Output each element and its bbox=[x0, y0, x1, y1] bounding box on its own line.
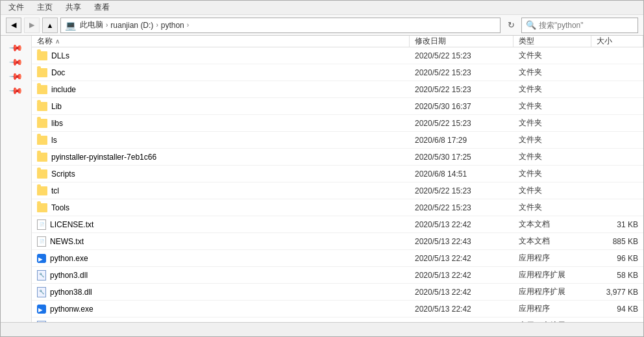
file-date: 2020/5/22 15:23 bbox=[410, 186, 514, 195]
file-type: 文本文档 bbox=[514, 219, 591, 230]
up-button[interactable]: ▲ bbox=[42, 18, 58, 33]
menu-share[interactable]: 共享 bbox=[60, 1, 86, 14]
table-row[interactable]: 📄 LICENSE.txt 2020/5/13 22:42 文本文档 31 KB bbox=[32, 216, 643, 233]
file-date: 2020/5/22 15:23 bbox=[410, 68, 514, 77]
col-header-size[interactable]: 大小 bbox=[591, 36, 643, 47]
file-date: 2020/5/22 15:23 bbox=[410, 119, 514, 128]
main-content: 📌 📌 📌 📌 名称 ∧ 修改日期 类型 大小 bbox=[1, 36, 643, 322]
breadcrumb-computer[interactable]: 此电脑 bbox=[80, 19, 103, 31]
file-date: 2020/6/8 14:51 bbox=[410, 169, 514, 179]
table-row[interactable]: 🔧 vcruntime140.dll 2020/5/13 22:42 应用程序扩… bbox=[32, 318, 643, 322]
menu-home[interactable]: 主页 bbox=[32, 1, 58, 14]
table-row[interactable]: include 2020/5/22 15:23 文件夹 bbox=[32, 81, 643, 98]
file-name: python38.dll bbox=[50, 288, 92, 297]
file-type: 文件夹 bbox=[514, 202, 591, 213]
table-row[interactable]: Doc 2020/5/22 15:23 文件夹 bbox=[32, 64, 643, 81]
file-type: 文件夹 bbox=[514, 118, 591, 129]
file-date: 2020/5/30 16:37 bbox=[410, 102, 514, 111]
file-type: 应用程序 bbox=[514, 303, 591, 314]
table-row[interactable]: ▶ pythonw.exe 2020/5/13 22:42 应用程序 94 KB bbox=[32, 301, 643, 318]
table-row[interactable]: DLLs 2020/5/22 15:23 文件夹 bbox=[32, 47, 643, 64]
folder-icon bbox=[37, 186, 47, 195]
table-row[interactable]: Tools 2020/5/22 15:23 文件夹 bbox=[32, 199, 643, 216]
file-type: 应用程序扩展 bbox=[514, 286, 591, 297]
file-explorer-window: 文件 主页 共享 查看 ◀ ▶ ▲ 💻 此电脑 › ruanjian (D:) … bbox=[0, 0, 644, 337]
file-name: LICENSE.txt bbox=[50, 220, 93, 229]
pin-icon-4[interactable]: 📌 bbox=[6, 81, 25, 99]
breadcrumb-drive[interactable]: ruanjian (D:) bbox=[110, 21, 153, 30]
address-bar: ◀ ▶ ▲ 💻 此电脑 › ruanjian (D:) › python › ↻… bbox=[1, 15, 643, 36]
folder-icon bbox=[37, 169, 47, 179]
col-header-type[interactable]: 类型 bbox=[514, 36, 591, 47]
txt-icon: 📄 bbox=[37, 236, 46, 247]
breadcrumb-folder[interactable]: python bbox=[161, 21, 184, 30]
file-date: 2020/5/13 22:42 bbox=[410, 220, 514, 229]
computer-icon: 💻 bbox=[65, 20, 76, 31]
file-type: 文件夹 bbox=[514, 101, 591, 112]
refresh-button[interactable]: ↻ bbox=[504, 19, 517, 32]
file-size: 94 KB bbox=[591, 305, 643, 314]
file-name-cell: pyinstaller-pyinstaller-7eb1c66 bbox=[32, 153, 410, 162]
forward-button[interactable]: ▶ bbox=[24, 18, 40, 33]
search-input[interactable] bbox=[539, 21, 634, 30]
search-box[interactable]: 🔍 bbox=[521, 18, 638, 33]
file-name: DLLs bbox=[51, 51, 69, 60]
table-row[interactable]: 📄 NEWS.txt 2020/5/13 22:43 文本文档 885 KB bbox=[32, 233, 643, 250]
file-date: 2020/5/13 22:43 bbox=[410, 237, 514, 246]
svg-text:▶: ▶ bbox=[38, 256, 43, 262]
file-name-cell: 📄 LICENSE.txt bbox=[32, 219, 410, 230]
file-name: pythonw.exe bbox=[50, 305, 93, 314]
table-row[interactable]: 🔧 python3.dll 2020/5/13 22:42 应用程序扩展 58 … bbox=[32, 267, 643, 284]
file-date: 2020/5/22 15:23 bbox=[410, 85, 514, 94]
file-name: NEWS.txt bbox=[50, 237, 84, 246]
file-name-cell: ▶ python.exe bbox=[32, 254, 410, 263]
table-row[interactable]: tcl 2020/5/22 15:23 文件夹 bbox=[32, 182, 643, 199]
file-name: include bbox=[51, 85, 76, 94]
file-date: 2020/5/13 22:42 bbox=[410, 305, 514, 314]
file-name-cell: ▶ pythonw.exe bbox=[32, 305, 410, 314]
search-icon: 🔍 bbox=[526, 20, 536, 30]
file-type: 文本文档 bbox=[514, 236, 591, 247]
folder-icon bbox=[37, 136, 47, 145]
txt-icon: 📄 bbox=[37, 219, 46, 230]
file-name-cell: ls bbox=[32, 136, 410, 145]
col-header-date[interactable]: 修改日期 bbox=[410, 36, 514, 47]
status-bar bbox=[1, 322, 643, 336]
file-size: 3,977 KB bbox=[591, 288, 643, 297]
table-row[interactable]: ▶ python.exe 2020/5/13 22:42 应用程序 96 KB bbox=[32, 250, 643, 267]
table-row[interactable]: libs 2020/5/22 15:23 文件夹 bbox=[32, 115, 643, 132]
table-row[interactable]: Scripts 2020/6/8 14:51 文件夹 bbox=[32, 166, 643, 182]
file-type: 文件夹 bbox=[514, 50, 591, 61]
file-name: Lib bbox=[51, 102, 62, 111]
file-size: 885 KB bbox=[591, 237, 643, 246]
menu-bar: 文件 主页 共享 查看 bbox=[1, 1, 643, 15]
file-date: 2020/5/22 15:23 bbox=[410, 51, 514, 60]
folder-icon bbox=[37, 68, 47, 77]
menu-view[interactable]: 查看 bbox=[89, 1, 115, 14]
col-header-name[interactable]: 名称 ∧ bbox=[32, 36, 410, 47]
file-name-cell: 🔧 python3.dll bbox=[32, 270, 410, 281]
file-date: 2020/5/13 22:42 bbox=[410, 288, 514, 297]
table-row[interactable]: 🔧 python38.dll 2020/5/13 22:42 应用程序扩展 3,… bbox=[32, 284, 643, 301]
exe-icon: ▶ bbox=[37, 305, 46, 314]
sort-arrow-name: ∧ bbox=[55, 38, 60, 45]
exe-icon: ▶ bbox=[37, 254, 46, 263]
file-name-cell: 📄 NEWS.txt bbox=[32, 236, 410, 247]
table-row[interactable]: pyinstaller-pyinstaller-7eb1c66 2020/5/3… bbox=[32, 149, 643, 166]
folder-icon bbox=[37, 119, 47, 128]
file-name: tcl bbox=[51, 186, 59, 195]
file-type: 文件夹 bbox=[514, 134, 591, 145]
breadcrumb[interactable]: 💻 此电脑 › ruanjian (D:) › python › bbox=[60, 18, 501, 33]
file-name-cell: Tools bbox=[32, 203, 410, 212]
menu-file[interactable]: 文件 bbox=[3, 1, 29, 14]
table-row[interactable]: ls 2020/6/8 17:29 文件夹 bbox=[32, 132, 643, 149]
file-date: 2020/6/8 17:29 bbox=[410, 136, 514, 145]
folder-icon bbox=[37, 85, 47, 94]
file-name-cell: Lib bbox=[32, 102, 410, 111]
svg-text:▶: ▶ bbox=[38, 307, 43, 313]
file-name-cell: Doc bbox=[32, 68, 410, 77]
table-row[interactable]: Lib 2020/5/30 16:37 文件夹 bbox=[32, 98, 643, 115]
folder-icon bbox=[37, 203, 47, 212]
back-button[interactable]: ◀ bbox=[6, 18, 21, 33]
file-name: libs bbox=[51, 119, 63, 128]
